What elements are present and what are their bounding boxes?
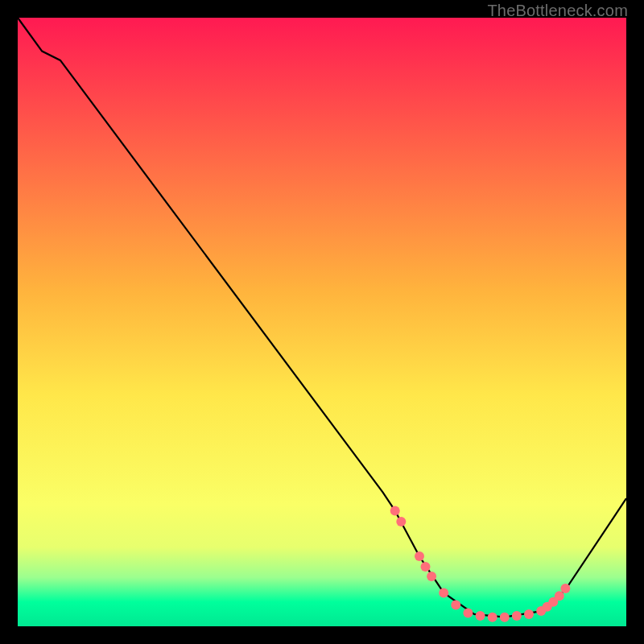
data-point: [463, 608, 473, 617]
data-point: [560, 584, 570, 593]
data-point: [421, 562, 431, 572]
data-point: [488, 613, 497, 622]
chart-svg: [0, 0, 644, 644]
data-point: [396, 517, 406, 526]
plot-background: [18, 18, 626, 626]
data-point: [524, 609, 534, 619]
data-point: [427, 572, 436, 581]
data-point: [500, 613, 510, 622]
data-point: [390, 506, 400, 515]
data-point: [439, 588, 448, 597]
data-point: [476, 611, 485, 621]
data-point: [451, 601, 460, 610]
data-point: [415, 551, 424, 561]
data-point: [512, 611, 522, 621]
chart-container: TheBottleneck.com: [0, 0, 644, 644]
